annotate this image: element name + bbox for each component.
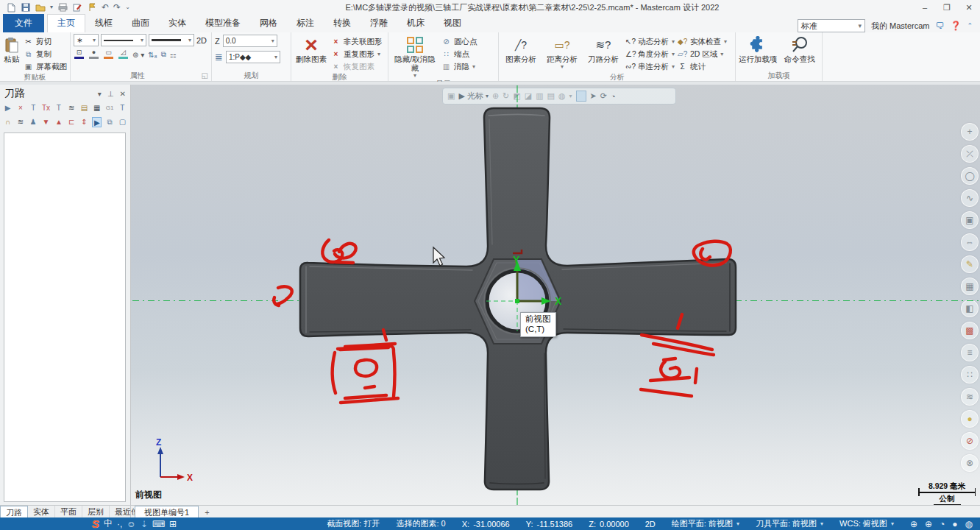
toolpaths-tree[interactable]: [4, 132, 126, 502]
panel-tab-toolpaths[interactable]: 刀路: [0, 506, 28, 517]
viewport-canvas[interactable]: Y X Z X: [131, 85, 980, 505]
tp-select-all-icon[interactable]: ▶: [3, 103, 13, 113]
sb-sphere-2-icon[interactable]: ◍: [965, 519, 973, 529]
screenshot-button[interactable]: ▣屏幕截图: [24, 61, 67, 72]
tp-unselect-icon[interactable]: ×: [15, 103, 25, 113]
z-depth-combo[interactable]: 0.0▾: [223, 35, 277, 47]
tp-options-icon[interactable]: ▢: [118, 117, 127, 127]
tp-lock-icon[interactable]: ∩: [3, 117, 13, 127]
qa-customize-icon[interactable]: ⌄: [125, 4, 130, 10]
tp-g1-icon[interactable]: G1: [104, 103, 114, 113]
copy-button[interactable]: ⧉复制: [24, 49, 67, 60]
mode-toggle[interactable]: 2D: [645, 520, 656, 529]
point-style-combo[interactable]: ∗▾: [74, 34, 99, 46]
ime-lang-toggle[interactable]: 中: [104, 517, 113, 530]
surface-color-button[interactable]: ▭: [103, 49, 114, 59]
sb-globe-3-icon[interactable]: ◔: [940, 519, 945, 529]
ime-emoji-icon[interactable]: ☺: [127, 519, 135, 529]
tab-wireframe[interactable]: 线框: [85, 15, 122, 32]
tp-regen-dirty-icon[interactable]: Tx: [41, 103, 51, 113]
panel-dropdown-icon[interactable]: ▾: [98, 90, 102, 98]
dialog-launcher-icon[interactable]: ◱: [202, 71, 208, 81]
tab-mesh[interactable]: 网格: [250, 15, 287, 32]
restore-button[interactable]: ❐: [936, 3, 958, 13]
panel-pin-icon[interactable]: ⊥: [107, 90, 114, 98]
tp-cursor-icon[interactable]: ▶: [92, 117, 102, 127]
undelete-button[interactable]: ×恢复图素: [331, 61, 383, 72]
origin-marker[interactable]: [515, 299, 519, 303]
analyze-entity-button[interactable]: ╱? 图素分析: [502, 34, 540, 63]
cplane-selector[interactable]: 绘图平面: 前视图▾: [672, 518, 739, 529]
minimize-button[interactable]: –: [914, 3, 936, 13]
delete-entities-button[interactable]: × 删除图素: [294, 34, 328, 63]
tab-model-prep[interactable]: 模型准备: [196, 15, 250, 32]
sb-sphere-1-icon[interactable]: ●: [952, 519, 957, 529]
tab-transform[interactable]: 转换: [324, 15, 361, 32]
area-2d-button[interactable]: ▱?2D 区域 ▾: [678, 49, 727, 60]
style-combobox[interactable]: 标准▾: [798, 19, 865, 32]
line-style-combo[interactable]: ▾: [101, 34, 146, 46]
section-view-status[interactable]: 截面视图: 打开: [327, 518, 380, 529]
undo-icon[interactable]: ↶: [102, 3, 109, 12]
solid-check-button[interactable]: ◆?实体检查 ▾: [678, 36, 727, 47]
statistics-button[interactable]: Σ统计: [678, 61, 727, 72]
tp-verify-icon[interactable]: ▤: [79, 103, 89, 113]
tp-scroll-icon[interactable]: ⇕: [79, 117, 89, 127]
paste-button[interactable]: 粘贴: [3, 34, 21, 63]
flag-icon[interactable]: [87, 3, 97, 13]
tab-surfaces[interactable]: 曲面: [122, 15, 159, 32]
sb-globe-2-icon[interactable]: ⊕: [925, 519, 932, 529]
match-attributes-button[interactable]: ⧉: [161, 50, 166, 59]
tp-copy-icon[interactable]: ⧉: [104, 117, 114, 127]
ime-punct-icon[interactable]: ·,: [117, 519, 122, 529]
tp-toggle-display-icon[interactable]: ≋: [15, 117, 25, 127]
command-finder-button[interactable]: 命令查找: [781, 34, 820, 63]
tplane-selector[interactable]: 刀具平面: 前视图▾: [756, 518, 823, 529]
panel-tab-solids[interactable]: 实体: [28, 506, 55, 517]
analyze-angle-button[interactable]: ∠?角度分析 ▾: [625, 49, 675, 60]
open-dropdown-icon[interactable]: ▾: [50, 4, 53, 10]
point-color-button[interactable]: ●: [88, 49, 99, 59]
tab-drafting[interactable]: 标注: [287, 15, 324, 32]
hide-unhide-button[interactable]: 隐藏/取消隐藏 ▾: [391, 34, 438, 79]
solid-color-button[interactable]: ◿: [118, 49, 129, 59]
panel-tab-planes[interactable]: 平面: [55, 506, 82, 517]
analyze-distance-button[interactable]: ▭? 距离分析 ▾: [543, 34, 581, 70]
print-icon[interactable]: [57, 3, 68, 13]
tp-move-down-icon[interactable]: ▼: [41, 117, 51, 127]
panel-close-icon[interactable]: ✕: [120, 90, 126, 98]
mode-2d-button[interactable]: 2D: [196, 36, 207, 45]
tp-post-icon[interactable]: T: [118, 103, 127, 113]
tp-insert-arrow-icon[interactable]: ⊏: [66, 117, 76, 127]
save-icon[interactable]: [21, 3, 31, 13]
open-file-icon[interactable]: [35, 3, 46, 13]
level-combo[interactable]: 1:P◆◆▾: [226, 51, 280, 63]
material-button[interactable]: ⊚ ▾: [132, 51, 144, 59]
help-icon[interactable]: ❓: [950, 21, 961, 31]
panel-tab-levels[interactable]: 层别: [82, 506, 110, 517]
sb-globe-1-icon[interactable]: ⊕: [910, 519, 917, 529]
line-width-combo[interactable]: ▾: [149, 34, 194, 46]
set-attributes-button[interactable]: ⇅₈: [148, 51, 157, 59]
tab-home[interactable]: 主页: [47, 14, 85, 32]
ime-toolbox-icon[interactable]: ⊞: [169, 519, 177, 529]
blank-button[interactable]: ▥消隐 ▾: [441, 61, 477, 72]
ime-voice-icon[interactable]: ⇣: [141, 519, 148, 529]
tab-solids[interactable]: 实体: [159, 15, 196, 32]
tp-param-icon[interactable]: T: [54, 103, 63, 113]
delete-duplicates-button[interactable]: ×重复图形 ▾: [331, 49, 383, 60]
viewsheet-tab[interactable]: 视图单编号1: [135, 506, 199, 517]
endpoints-button[interactable]: ∷端点: [441, 49, 477, 60]
tp-simulate-icon[interactable]: ▦: [92, 103, 102, 113]
ime-logo-icon[interactable]: S: [92, 517, 99, 530]
center-point-button[interactable]: ⊘圆心点: [441, 36, 477, 47]
run-addin-button[interactable]: 运行加载项: [739, 34, 778, 63]
new-file-icon[interactable]: [6, 3, 16, 13]
tab-machine[interactable]: 机床: [397, 15, 434, 32]
feedback-icon[interactable]: 🗨: [935, 21, 944, 31]
line-color-button[interactable]: ⊡: [74, 49, 85, 59]
graphics-viewport[interactable]: ▣ ▶ 光标 ▾ ⊕ ↻ ◩ ◪ ▥ ▤ ◍ ▾ ➤ ⟳ ◔: [131, 85, 980, 505]
ribbon-collapse-icon[interactable]: ⌃: [967, 22, 973, 29]
tab-view[interactable]: 视图: [434, 15, 471, 32]
tab-art[interactable]: 浮雕: [361, 15, 397, 32]
